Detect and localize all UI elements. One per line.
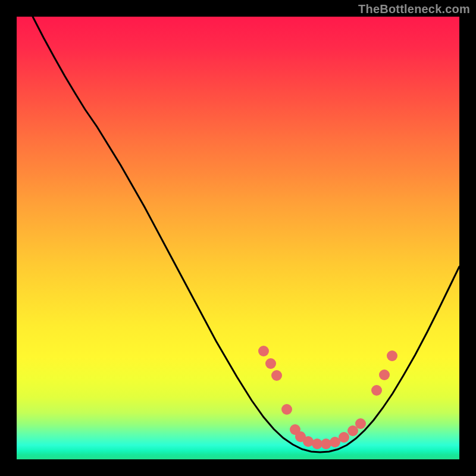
bottleneck-curve (33, 17, 459, 452)
data-marker (379, 369, 390, 380)
data-marker (265, 358, 276, 369)
data-marker (339, 432, 349, 443)
watermark-text: TheBottleneck.com (358, 2, 470, 16)
data-marker (321, 439, 331, 449)
data-marker (271, 370, 282, 381)
data-marker (387, 350, 397, 361)
data-marker (371, 385, 382, 396)
data-marker (355, 418, 366, 429)
data-marker (258, 346, 269, 356)
data-marker (281, 404, 292, 415)
plot-svg (17, 17, 459, 459)
